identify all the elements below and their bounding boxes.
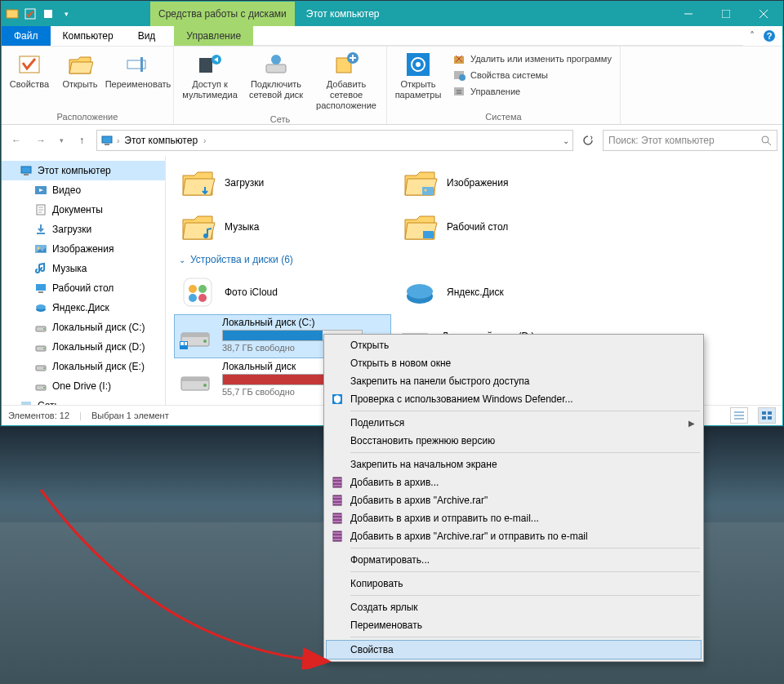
folder-item[interactable]: Загрузки: [174, 161, 396, 205]
context-menu-item[interactable]: Закрепить на панели быстрого доступа: [326, 372, 702, 390]
close-button[interactable]: [745, 2, 782, 26]
tab-manage[interactable]: Управление: [174, 26, 253, 46]
ribbon-properties[interactable]: Свойства: [5, 49, 54, 109]
nav-item[interactable]: Локальный диск (E:): [2, 357, 165, 376]
breadcrumb-root[interactable]: Этот компьютер›: [122, 135, 207, 146]
minimize-button[interactable]: [670, 2, 707, 26]
nav-item[interactable]: Локальный диск (D:): [2, 337, 165, 357]
ribbon-group-network-label: Сеть: [177, 112, 383, 127]
ribbon-uninstall[interactable]: Удалить или изменить программу: [448, 51, 617, 67]
context-menu-item[interactable]: Свойства: [326, 640, 702, 660]
address-bar[interactable]: › Этот компьютер› ⌄: [96, 130, 573, 151]
svg-rect-84: [333, 521, 341, 522]
nav-this-pc[interactable]: Этот компьютер: [2, 161, 165, 180]
svg-point-58: [203, 340, 207, 343]
qat-new-icon[interactable]: [41, 7, 56, 21]
ribbon-sysprops-label: Свойства системы: [470, 70, 548, 80]
device-item[interactable]: Яндекс.Диск: [396, 270, 618, 314]
tabs-row: Файл Компьютер Вид Управление ˄ ?: [2, 26, 782, 47]
search-box[interactable]: Поиск: Этот компьютер: [603, 130, 777, 151]
ribbon-system-properties[interactable]: Свойства системы: [448, 67, 617, 83]
context-menu-item[interactable]: Форматировать...: [326, 551, 702, 569]
ribbon-map-drive[interactable]: Подключить сетевой диск: [244, 49, 308, 112]
qat-properties-icon[interactable]: [23, 7, 38, 21]
context-menu-item[interactable]: Открыть: [326, 336, 702, 354]
tab-view[interactable]: Вид: [126, 26, 168, 46]
pc-icon: [100, 134, 114, 147]
context-menu-item[interactable]: Поделиться▶: [326, 414, 702, 432]
tab-file[interactable]: Файл: [2, 26, 51, 46]
window-title: Этот компьютер: [295, 2, 391, 26]
context-menu-item[interactable]: Закрепить на начальном экране: [326, 455, 702, 473]
context-menu-item[interactable]: Переименовать: [326, 616, 702, 634]
ribbon-open-settings[interactable]: Открыть параметры: [390, 49, 446, 109]
ribbon-group-system-label: Система: [390, 109, 617, 124]
folder-item[interactable]: Музыка: [174, 205, 396, 249]
address-dropdown-icon[interactable]: ⌄: [563, 136, 569, 145]
view-large-icon[interactable]: [758, 407, 776, 424]
collapse-ribbon-icon[interactable]: ˄: [750, 30, 755, 42]
view-details-icon[interactable]: [730, 407, 748, 424]
svg-rect-70: [762, 416, 766, 420]
ribbon-manage[interactable]: Управление: [448, 83, 617, 100]
tab-computer[interactable]: Компьютер: [51, 26, 126, 46]
qat-dropdown-icon[interactable]: ▾: [59, 7, 74, 21]
folder-icon: [179, 164, 216, 202]
nav-item[interactable]: Музыка: [2, 259, 165, 278]
svg-point-38: [43, 348, 45, 349]
titlebar[interactable]: ▾ Средства работы с дисками Этот компьют…: [2, 2, 782, 26]
nav-back-button[interactable]: ←: [7, 131, 26, 150]
nav-network[interactable]: Сеть: [2, 396, 165, 405]
chevron-right-icon[interactable]: ›: [117, 136, 119, 145]
ribbon-rename[interactable]: Переименовать: [106, 49, 170, 109]
svg-rect-79: [333, 500, 341, 501]
search-icon: [761, 135, 772, 146]
folder-item[interactable]: Изображения: [396, 161, 618, 205]
context-menu-item[interactable]: Открыть в новом окне: [326, 354, 702, 372]
ribbon-add-network[interactable]: Добавить сетевое расположение: [310, 49, 383, 112]
context-separator: [350, 548, 700, 549]
svg-rect-2: [44, 10, 52, 18]
nav-item[interactable]: Яндекс.Диск: [2, 298, 165, 318]
context-menu-item[interactable]: Добавить в архив и отправить по e-mail..…: [326, 509, 702, 527]
nav-forward-button[interactable]: →: [31, 131, 51, 150]
rar-icon: [331, 530, 344, 543]
context-menu-item[interactable]: Добавить в архив...: [326, 473, 702, 491]
context-menu-item[interactable]: Проверка с использованием Windows Defend…: [326, 390, 702, 408]
svg-point-17: [416, 62, 421, 67]
map-drive-icon: [263, 51, 289, 78]
nav-up-button[interactable]: ↑: [72, 131, 91, 150]
svg-rect-21: [454, 87, 464, 95]
maximize-button[interactable]: [707, 2, 745, 26]
ribbon-addnet-label: Добавить сетевое расположение: [310, 79, 383, 112]
folder-item[interactable]: Рабочий стол: [396, 205, 618, 249]
svg-point-51: [198, 285, 207, 293]
context-menu-item[interactable]: Копировать: [326, 575, 702, 593]
context-menu-item[interactable]: Создать ярлык: [326, 598, 702, 616]
help-icon[interactable]: ?: [763, 29, 776, 42]
nav-item[interactable]: Изображения: [2, 239, 165, 259]
context-menu-item[interactable]: Восстановить прежнюю версию: [326, 432, 702, 450]
svg-rect-57: [181, 333, 209, 337]
ribbon-open[interactable]: Открыть: [56, 49, 105, 109]
context-menu-item[interactable]: Добавить в архив "Archive.rar": [326, 491, 702, 509]
svg-point-24: [762, 136, 768, 143]
device-item[interactable]: Фото iCloud: [174, 270, 396, 314]
nav-item[interactable]: Документы: [2, 200, 165, 220]
ribbon-rename-label: Переименовать: [105, 79, 172, 90]
nav-item[interactable]: Загрузки: [2, 220, 165, 239]
context-menu-item[interactable]: Добавить в архив "Archive.rar" и отправи…: [326, 527, 702, 545]
devices-group-header[interactable]: ⌄Устройства и диски (6): [179, 254, 774, 265]
folder-icon: [401, 208, 439, 246]
nav-item[interactable]: Рабочий стол: [2, 278, 165, 298]
nav-item[interactable]: One Drive (I:): [2, 376, 165, 396]
nav-item[interactable]: Видео: [2, 180, 165, 200]
ribbon-media-access[interactable]: Доступ к мультимедиа: [177, 49, 243, 112]
nav-item[interactable]: Локальный диск (C:): [2, 318, 165, 337]
context-separator: [350, 452, 700, 453]
rar-icon: [331, 476, 344, 489]
refresh-button[interactable]: [578, 131, 598, 150]
nav-recent-button[interactable]: ▾: [56, 131, 67, 150]
context-separator: [350, 571, 700, 572]
submenu-arrow-icon: ▶: [688, 419, 695, 428]
